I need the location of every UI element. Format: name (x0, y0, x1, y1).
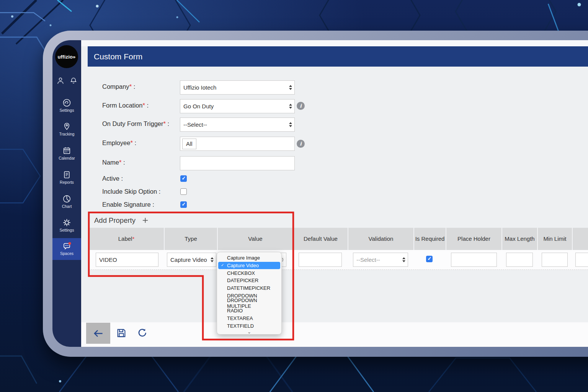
form-location-select[interactable]: Go On Duty (180, 99, 295, 113)
sidebar-item-tracking[interactable]: Tracking (52, 122, 81, 136)
column-header-default-value: Default Value (293, 228, 348, 250)
row-min-limit-input[interactable] (542, 253, 568, 267)
calendar-icon (62, 146, 72, 155)
dropdown-option-capture-image[interactable]: Capture Image (217, 254, 281, 262)
sidebar-item-settings[interactable]: Settings (52, 218, 81, 232)
page-title-bar: Custom Form (88, 46, 588, 67)
column-header-max-limit: Max (572, 228, 588, 250)
type-dropdown-menu: Capture Image Capture Video CHECKBOX DAT… (217, 252, 282, 335)
notifications-icon[interactable] (69, 77, 78, 85)
employee-tag-all[interactable]: All (182, 139, 196, 149)
column-header-place-holder: Place Holder (446, 228, 501, 250)
column-header-label: Label* (89, 228, 164, 250)
row-is-required-checkbox[interactable] (426, 256, 433, 262)
row-type-select[interactable]: Capture Video (167, 253, 216, 267)
include-skip-option-label: Include Skip Option : (102, 188, 160, 195)
chat-icon (62, 241, 72, 251)
refresh-icon (137, 327, 148, 338)
sidebar-item-chart[interactable]: Chart (52, 194, 81, 209)
name-label: Name* : (102, 159, 125, 166)
back-button[interactable] (86, 323, 110, 344)
dropdown-option-radio[interactable]: RADIO (217, 307, 281, 315)
column-header-value: Value (217, 228, 293, 250)
sidebar-item-reports[interactable]: Reports (52, 170, 81, 185)
user-icon[interactable] (56, 77, 65, 85)
active-label: Active : (102, 175, 123, 182)
uffizio-logo: uffizio» (55, 45, 78, 68)
bottom-toolbar (81, 322, 588, 347)
gear-icon (62, 218, 72, 227)
column-header-is-required: Is Required (413, 228, 446, 250)
dropdown-option-checkbox[interactable]: CHECKBOX (217, 269, 281, 277)
notification-badge (68, 242, 71, 245)
dropdown-option-capture-video[interactable]: Capture Video (218, 262, 280, 270)
form-location-info-icon[interactable]: i (297, 102, 305, 110)
main-content: Custom Form Company* : Form Location* : … (81, 40, 588, 347)
include-skip-option-checkbox[interactable] (180, 188, 187, 195)
sidebar-item-settings-top[interactable]: Settings (52, 98, 81, 113)
sidebar-item-spaces[interactable]: Spaces (52, 238, 81, 260)
row-validation-select[interactable]: --Select-- (353, 253, 408, 267)
report-icon (62, 170, 72, 180)
gauge-icon (62, 98, 72, 108)
page-title: Custom Form (94, 52, 142, 61)
row-default-value-input[interactable] (299, 253, 342, 267)
active-checkbox[interactable] (180, 175, 187, 182)
dropdown-option-textarea[interactable]: TEXTAREA (217, 315, 281, 322)
enable-signature-checkbox[interactable] (180, 201, 187, 208)
select-spinner-icon (402, 257, 406, 262)
enable-signature-label: Enable Signature : (102, 201, 154, 208)
select-spinner-icon (289, 122, 292, 127)
form-location-label: Form Location* : (102, 102, 149, 109)
add-property-plus-icon[interactable] (141, 216, 149, 224)
add-property-title: Add Property (94, 216, 149, 225)
select-spinner-icon (289, 104, 292, 109)
employee-label: Employee* : (102, 139, 136, 147)
select-spinner-icon (289, 85, 292, 90)
app-screen: uffizio» Settings Tracking (52, 40, 588, 347)
row-max-limit-input[interactable] (575, 253, 588, 267)
pie-chart-icon (62, 194, 72, 204)
column-header-min-limit: Min Limit (537, 228, 572, 250)
company-label: Company* : (102, 83, 135, 90)
row-place-holder-input[interactable] (451, 253, 497, 267)
tablet-frame: uffizio» Settings Tracking (43, 31, 588, 357)
save-button[interactable] (116, 327, 127, 339)
employee-field[interactable]: All (180, 137, 295, 151)
refresh-button[interactable] (137, 327, 148, 338)
sidebar-item-calendar[interactable]: Calendar (52, 146, 81, 160)
map-pin-icon (62, 122, 72, 131)
content-top-strip (81, 40, 588, 46)
back-arrow-icon (91, 328, 105, 339)
column-header-max-length: Max Length (501, 228, 537, 250)
sidebar: uffizio» Settings Tracking (52, 40, 81, 347)
on-duty-form-trigger-label: On Duty Form Trigger* : (102, 120, 169, 127)
save-icon (116, 327, 127, 339)
company-select[interactable]: Uffizio Iotech (180, 80, 295, 95)
dropdown-option-datetimepicker[interactable]: DATETIMEPICKER (217, 284, 281, 292)
on-duty-form-trigger-select[interactable]: --Select-- (180, 118, 295, 132)
dropdown-option-dropdown-multiple[interactable]: DROPDOWN MULTIPLE (217, 299, 281, 307)
name-input[interactable] (180, 156, 295, 170)
dropdown-option-datepicker[interactable]: DATEPICKER (217, 277, 281, 284)
row-max-length-input[interactable] (506, 253, 533, 267)
column-header-validation: Validation (348, 228, 413, 250)
dropdown-option-textfield[interactable]: TEXTFIELD (217, 322, 281, 330)
column-header-type: Type (164, 228, 217, 250)
dropdown-scroll-more-icon[interactable]: ⌄ (217, 330, 281, 335)
employee-info-icon[interactable]: i (297, 140, 305, 148)
row-label-input[interactable] (96, 253, 158, 267)
select-spinner-icon (211, 257, 214, 262)
